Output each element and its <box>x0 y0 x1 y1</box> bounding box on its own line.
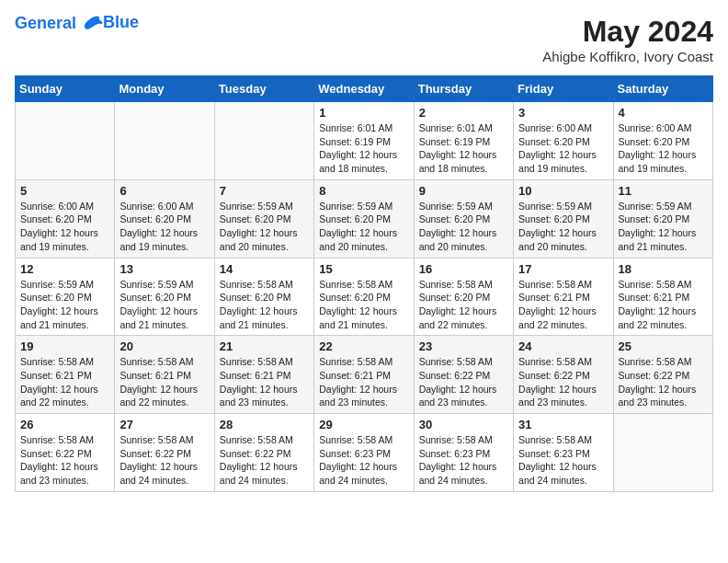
day-info: Sunrise: 5:59 AM Sunset: 6:20 PM Dayligh… <box>319 200 408 254</box>
day-number: 1 <box>319 106 408 120</box>
weekday-header-saturday: Saturday <box>613 76 712 102</box>
month-year-title: May 2024 <box>542 15 713 49</box>
day-number: 28 <box>220 418 309 431</box>
calendar-day-7: 7Sunrise: 5:59 AM Sunset: 6:20 PM Daylig… <box>214 179 313 258</box>
location-title: Ahigbe Koffikro, Ivory Coast <box>542 49 713 64</box>
day-number: 5 <box>20 184 109 198</box>
calendar-day-20: 20Sunrise: 5:58 AM Sunset: 6:21 PM Dayli… <box>115 336 214 414</box>
calendar-day-17: 17Sunrise: 5:58 AM Sunset: 6:21 PM Dayli… <box>514 258 613 336</box>
calendar-day-1: 1Sunrise: 6:01 AM Sunset: 6:19 PM Daylig… <box>314 102 414 180</box>
calendar-week-4: 19Sunrise: 5:58 AM Sunset: 6:21 PM Dayli… <box>16 336 713 414</box>
day-number: 20 <box>119 339 209 353</box>
weekday-header-tuesday: Tuesday <box>214 76 313 102</box>
calendar-day-24: 24Sunrise: 5:58 AM Sunset: 6:22 PM Dayli… <box>514 336 613 414</box>
calendar-table: SundayMondayTuesdayWednesdayThursdayFrid… <box>15 75 713 492</box>
day-info: Sunrise: 5:58 AM Sunset: 6:22 PM Dayligh… <box>518 355 608 409</box>
day-number: 29 <box>319 418 408 431</box>
calendar-day-3: 3Sunrise: 6:00 AM Sunset: 6:20 PM Daylig… <box>514 102 613 180</box>
day-info: Sunrise: 5:58 AM Sunset: 6:22 PM Dayligh… <box>220 433 309 488</box>
calendar-day-9: 9Sunrise: 5:59 AM Sunset: 6:20 PM Daylig… <box>414 179 513 258</box>
day-number: 4 <box>619 106 708 120</box>
weekday-header-row: SundayMondayTuesdayWednesdayThursdayFrid… <box>16 76 713 102</box>
day-info: Sunrise: 5:58 AM Sunset: 6:20 PM Dayligh… <box>319 278 408 332</box>
weekday-header-sunday: Sunday <box>16 76 115 102</box>
calendar-day-16: 16Sunrise: 5:58 AM Sunset: 6:20 PM Dayli… <box>414 258 513 336</box>
day-info: Sunrise: 5:58 AM Sunset: 6:23 PM Dayligh… <box>319 433 408 488</box>
day-info: Sunrise: 5:58 AM Sunset: 6:20 PM Dayligh… <box>220 278 309 332</box>
day-number: 22 <box>319 339 408 353</box>
day-number: 12 <box>20 262 109 276</box>
day-number: 25 <box>619 339 708 353</box>
logo-blue: Blue <box>103 14 139 32</box>
calendar-day-31: 31Sunrise: 5:58 AM Sunset: 6:23 PM Dayli… <box>514 414 613 492</box>
calendar-day-26: 26Sunrise: 5:58 AM Sunset: 6:22 PM Dayli… <box>16 414 115 492</box>
day-info: Sunrise: 5:58 AM Sunset: 6:22 PM Dayligh… <box>119 433 209 488</box>
calendar-day-22: 22Sunrise: 5:58 AM Sunset: 6:21 PM Dayli… <box>314 336 414 414</box>
day-info: Sunrise: 5:59 AM Sunset: 6:20 PM Dayligh… <box>619 200 708 254</box>
empty-day-cell <box>16 102 115 180</box>
day-info: Sunrise: 5:58 AM Sunset: 6:21 PM Dayligh… <box>619 278 708 332</box>
weekday-header-thursday: Thursday <box>414 76 513 102</box>
day-info: Sunrise: 6:00 AM Sunset: 6:20 PM Dayligh… <box>119 200 209 254</box>
day-info: Sunrise: 5:58 AM Sunset: 6:21 PM Dayligh… <box>319 355 408 409</box>
day-number: 2 <box>419 106 508 120</box>
calendar-day-29: 29Sunrise: 5:58 AM Sunset: 6:23 PM Dayli… <box>314 414 414 492</box>
day-number: 8 <box>319 184 408 198</box>
calendar-day-21: 21Sunrise: 5:58 AM Sunset: 6:21 PM Dayli… <box>214 336 313 414</box>
day-info: Sunrise: 5:59 AM Sunset: 6:20 PM Dayligh… <box>220 200 309 254</box>
calendar-day-8: 8Sunrise: 5:59 AM Sunset: 6:20 PM Daylig… <box>314 179 414 258</box>
calendar-week-5: 26Sunrise: 5:58 AM Sunset: 6:22 PM Dayli… <box>16 414 713 492</box>
calendar-day-5: 5Sunrise: 6:00 AM Sunset: 6:20 PM Daylig… <box>16 179 115 258</box>
day-number: 30 <box>419 418 508 431</box>
calendar-week-1: 1Sunrise: 6:01 AM Sunset: 6:19 PM Daylig… <box>16 102 713 180</box>
day-info: Sunrise: 6:01 AM Sunset: 6:19 PM Dayligh… <box>319 121 408 176</box>
calendar-day-12: 12Sunrise: 5:59 AM Sunset: 6:20 PM Dayli… <box>16 258 115 336</box>
day-number: 26 <box>20 418 109 431</box>
page-header: General Blue May 2024 Ahigbe Koffikro, I… <box>15 15 713 64</box>
day-info: Sunrise: 5:58 AM Sunset: 6:23 PM Dayligh… <box>419 433 508 488</box>
calendar-day-4: 4Sunrise: 6:00 AM Sunset: 6:20 PM Daylig… <box>613 102 712 180</box>
calendar-day-19: 19Sunrise: 5:58 AM Sunset: 6:21 PM Dayli… <box>16 336 115 414</box>
day-info: Sunrise: 5:58 AM Sunset: 6:21 PM Dayligh… <box>20 355 109 409</box>
day-info: Sunrise: 6:00 AM Sunset: 6:20 PM Dayligh… <box>619 121 708 176</box>
day-info: Sunrise: 5:58 AM Sunset: 6:21 PM Dayligh… <box>119 355 209 409</box>
calendar-day-14: 14Sunrise: 5:58 AM Sunset: 6:20 PM Dayli… <box>214 258 313 336</box>
day-info: Sunrise: 5:58 AM Sunset: 6:22 PM Dayligh… <box>20 433 109 488</box>
calendar-day-15: 15Sunrise: 5:58 AM Sunset: 6:20 PM Dayli… <box>314 258 414 336</box>
day-number: 15 <box>319 262 408 276</box>
day-number: 24 <box>518 339 608 353</box>
day-number: 31 <box>518 418 608 431</box>
day-info: Sunrise: 6:00 AM Sunset: 6:20 PM Dayligh… <box>518 121 608 176</box>
calendar-week-3: 12Sunrise: 5:59 AM Sunset: 6:20 PM Dayli… <box>16 258 713 336</box>
calendar-day-10: 10Sunrise: 5:59 AM Sunset: 6:20 PM Dayli… <box>514 179 613 258</box>
day-info: Sunrise: 6:00 AM Sunset: 6:20 PM Dayligh… <box>20 200 109 254</box>
day-number: 7 <box>220 184 309 198</box>
calendar-day-2: 2Sunrise: 6:01 AM Sunset: 6:19 PM Daylig… <box>414 102 513 180</box>
day-number: 18 <box>619 262 708 276</box>
day-info: Sunrise: 5:59 AM Sunset: 6:20 PM Dayligh… <box>20 278 109 332</box>
day-number: 19 <box>20 339 109 353</box>
day-info: Sunrise: 5:58 AM Sunset: 6:22 PM Dayligh… <box>419 355 508 409</box>
calendar-day-30: 30Sunrise: 5:58 AM Sunset: 6:23 PM Dayli… <box>414 414 513 492</box>
day-info: Sunrise: 5:59 AM Sunset: 6:20 PM Dayligh… <box>119 278 209 332</box>
day-number: 11 <box>619 184 708 198</box>
day-info: Sunrise: 5:58 AM Sunset: 6:21 PM Dayligh… <box>518 278 608 332</box>
day-number: 13 <box>119 262 209 276</box>
day-number: 10 <box>518 184 608 198</box>
logo: General Blue <box>15 15 139 33</box>
logo-general: General <box>15 14 76 32</box>
calendar-week-2: 5Sunrise: 6:00 AM Sunset: 6:20 PM Daylig… <box>16 179 713 258</box>
calendar-day-18: 18Sunrise: 5:58 AM Sunset: 6:21 PM Dayli… <box>613 258 712 336</box>
day-info: Sunrise: 5:58 AM Sunset: 6:21 PM Dayligh… <box>220 355 309 409</box>
empty-day-cell <box>214 102 313 180</box>
weekday-header-monday: Monday <box>115 76 214 102</box>
calendar-day-13: 13Sunrise: 5:59 AM Sunset: 6:20 PM Dayli… <box>115 258 214 336</box>
calendar-day-28: 28Sunrise: 5:58 AM Sunset: 6:22 PM Dayli… <box>214 414 313 492</box>
day-info: Sunrise: 5:58 AM Sunset: 6:22 PM Dayligh… <box>619 355 708 409</box>
day-info: Sunrise: 6:01 AM Sunset: 6:19 PM Dayligh… <box>419 121 508 176</box>
empty-day-cell <box>115 102 214 180</box>
day-info: Sunrise: 5:58 AM Sunset: 6:23 PM Dayligh… <box>518 433 608 488</box>
title-block: May 2024 Ahigbe Koffikro, Ivory Coast <box>542 15 713 64</box>
logo-bird-icon <box>83 15 103 33</box>
calendar-day-23: 23Sunrise: 5:58 AM Sunset: 6:22 PM Dayli… <box>414 336 513 414</box>
